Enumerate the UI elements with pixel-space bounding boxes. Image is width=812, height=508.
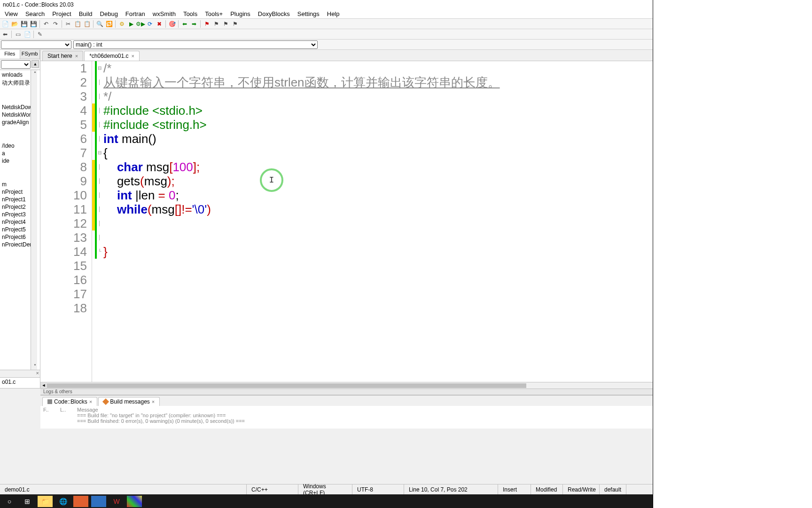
sidebar: Files FSymb ▲ ˄ wnloads 动大师目录 NetdiskDow…	[0, 50, 40, 389]
find-icon[interactable]: 🔍	[95, 20, 104, 28]
status-encoding[interactable]: UTF-8	[352, 484, 404, 494]
app2-icon[interactable]	[127, 496, 142, 507]
build-icon[interactable]: ⚙	[117, 20, 126, 28]
flag-prev-icon[interactable]: ⚑	[212, 20, 220, 28]
close-icon[interactable]: ×	[152, 399, 155, 405]
tab-current-file[interactable]: *ch06demo01.c×	[84, 51, 140, 61]
save-icon[interactable]: 💾	[20, 20, 28, 28]
window-title: no01.c - Code::Blocks 20.03	[3, 1, 74, 8]
close-icon[interactable]: ×	[132, 53, 134, 59]
cut-icon[interactable]: ✂	[64, 20, 72, 28]
menu-plugins[interactable]: Plugins	[226, 9, 254, 18]
blank-region	[653, 0, 812, 508]
prev-icon[interactable]: ⬅	[180, 20, 189, 28]
log-tab-build[interactable]: Build messages×	[98, 397, 160, 406]
chrome-icon[interactable]: 🌐	[55, 496, 70, 507]
paste-icon[interactable]: 📋	[83, 20, 91, 28]
menu-tools[interactable]: Tools	[180, 9, 201, 18]
gear-icon	[47, 399, 52, 404]
menu-search[interactable]: Search	[22, 9, 48, 18]
rebuild-icon[interactable]: ⟳	[146, 20, 154, 28]
back-icon[interactable]: ⬅	[1, 30, 9, 39]
log-line: === Build file: "no target" in "no proje…	[77, 413, 226, 418]
run-icon[interactable]: ▶	[127, 20, 135, 28]
scroll-up-icon[interactable]: ˄	[34, 71, 36, 76]
status-language[interactable]: C/C++	[247, 484, 298, 494]
flag-next-icon[interactable]: ⚑	[221, 20, 230, 28]
menu-doxyblocks[interactable]: DoxyBlocks	[254, 9, 294, 18]
menu-view[interactable]: View	[1, 9, 22, 18]
sidebar-current-file[interactable]: o01.c	[0, 377, 40, 389]
file-tree[interactable]: ˄ wnloads 动大师目录 NetdiskDow NetdiskWorl g…	[0, 70, 40, 370]
status-eol[interactable]: Windows (CR+LF)	[298, 484, 352, 494]
build-run-icon[interactable]: ⚙▶	[136, 20, 145, 28]
menu-debug[interactable]: Debug	[96, 9, 122, 18]
replace-icon[interactable]: 🔁	[105, 20, 113, 28]
taskview-icon[interactable]: ⊞	[20, 496, 35, 507]
sidebar-filter-select[interactable]	[1, 60, 31, 69]
open-icon[interactable]: 📂	[10, 20, 19, 28]
wps-icon[interactable]: W	[109, 496, 124, 507]
start-icon[interactable]: ○	[2, 496, 17, 507]
status-readwrite: Read/Write	[563, 484, 600, 494]
status-bar: demo01.c C/C++ Windows (CR+LF) UTF-8 Lin…	[0, 484, 653, 494]
save-all-icon[interactable]: 💾	[29, 20, 38, 28]
scroll-left-icon[interactable]: ◄	[40, 383, 47, 389]
codeblocks-icon[interactable]	[91, 496, 106, 507]
status-position: Line 10, Col 7, Pos 202	[404, 484, 498, 494]
close-icon[interactable]: ×	[36, 370, 39, 376]
target-icon[interactable]: 🎯	[168, 20, 176, 28]
cursor-highlight-icon: I	[260, 168, 283, 192]
line-numbers: 123456789101112131415161718	[40, 61, 92, 382]
doc-icon[interactable]: 📄	[23, 30, 31, 39]
tab-start-here[interactable]: Start here×	[42, 51, 83, 61]
change-markers	[92, 61, 97, 382]
menu-wxsmith[interactable]: wxSmith	[149, 9, 180, 18]
diamond-icon	[102, 398, 109, 405]
status-profile[interactable]: default	[600, 484, 626, 494]
function-select[interactable]: main() : int	[73, 40, 318, 49]
abort-icon[interactable]: ✖	[155, 20, 164, 28]
next-icon[interactable]: ➡	[190, 20, 198, 28]
explorer-icon[interactable]: 📁	[38, 496, 53, 507]
log-tab-codeblocks[interactable]: Code::Blocks×	[42, 397, 97, 406]
taskbar[interactable]: ○ ⊞ 📁 🌐 W	[0, 494, 653, 508]
close-icon[interactable]: ×	[89, 399, 92, 405]
status-insert-mode[interactable]: Insert	[498, 484, 531, 494]
status-filename: demo01.c	[0, 484, 247, 494]
sidebar-tab-files[interactable]: Files	[0, 50, 20, 59]
undo-icon[interactable]: ↶	[42, 20, 50, 28]
close-icon[interactable]: ×	[75, 53, 78, 59]
scope-select[interactable]	[1, 40, 71, 49]
sidebar-tab-fsymb[interactable]: FSymb	[20, 50, 40, 59]
status-modified: Modified	[531, 484, 563, 494]
menu-toolsplus[interactable]: Tools+	[201, 9, 226, 18]
flag-clear-icon[interactable]: ⚑	[231, 20, 239, 28]
flag-icon[interactable]: ⚑	[203, 20, 211, 28]
app-icon[interactable]	[73, 496, 88, 507]
sidebar-up-icon[interactable]: ▲	[31, 60, 39, 68]
fold-markers[interactable]: ⊟│││││⊟││││││└	[97, 61, 102, 382]
log-line: === Build finished: 0 error(s), 0 warnin…	[77, 418, 245, 424]
select-icon[interactable]: ▭	[14, 30, 22, 39]
redo-icon[interactable]: ↷	[51, 20, 60, 28]
wand-icon[interactable]: ✎	[36, 30, 44, 39]
menu-help[interactable]: Help	[323, 9, 344, 18]
menu-build[interactable]: Build	[75, 9, 96, 18]
copy-icon[interactable]: 📋	[73, 20, 82, 28]
menu-project[interactable]: Project	[48, 9, 75, 18]
new-file-icon[interactable]: 📄	[1, 20, 9, 28]
scroll-down-icon[interactable]: ˅	[34, 364, 36, 369]
menu-fortran[interactable]: Fortran	[122, 9, 149, 18]
menu-settings[interactable]: Settings	[294, 9, 323, 18]
